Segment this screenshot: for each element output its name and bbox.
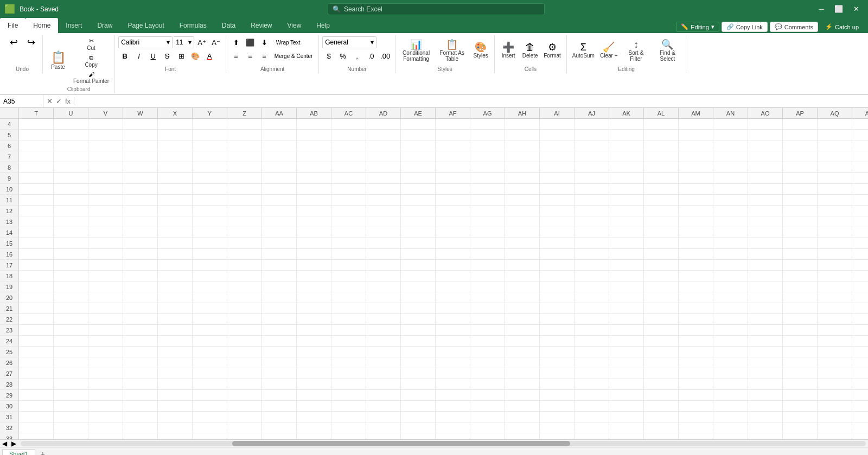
cell-AM8[interactable] <box>679 162 713 173</box>
font-size-selector[interactable]: 11 ▾ <box>174 36 194 48</box>
cell-T20[interactable] <box>19 292 54 303</box>
cell-AD10[interactable] <box>366 184 401 195</box>
title-bar-center[interactable]: 🔍 Search Excel <box>59 3 814 15</box>
add-sheet-btn[interactable]: + <box>37 448 48 455</box>
cell-AN19[interactable] <box>713 281 748 292</box>
cell-AH15[interactable] <box>505 238 540 249</box>
cell-AQ29[interactable] <box>818 390 852 401</box>
cell-AL30[interactable] <box>644 401 679 412</box>
cell-AC22[interactable] <box>331 314 366 325</box>
cancel-formula-icon[interactable]: ✕ <box>46 97 54 105</box>
cell-Z9[interactable] <box>227 173 262 184</box>
cell-AI24[interactable] <box>540 336 575 347</box>
cell-AO17[interactable] <box>748 260 783 271</box>
cell-U8[interactable] <box>54 162 88 173</box>
cell-AN31[interactable] <box>713 412 748 422</box>
cell-Y19[interactable] <box>193 281 227 292</box>
cell-AR31[interactable] <box>852 412 868 422</box>
cell-Z8[interactable] <box>227 162 262 173</box>
cell-AA13[interactable] <box>262 216 297 227</box>
cell-AL12[interactable] <box>644 206 679 216</box>
cell-reference-box[interactable]: A35 <box>0 95 43 107</box>
cell-V4[interactable] <box>88 119 123 130</box>
cell-AP14[interactable] <box>783 227 818 238</box>
cell-AH26[interactable] <box>505 357 540 368</box>
cell-V17[interactable] <box>88 260 123 271</box>
sort-filter-btn[interactable]: ↕ Sort & Filter <box>621 36 651 65</box>
col-header-U[interactable]: U <box>54 108 88 118</box>
number-format-selector[interactable]: General ▾ <box>322 36 376 48</box>
cell-AA10[interactable] <box>262 184 297 195</box>
cell-AE31[interactable] <box>401 412 436 422</box>
cell-AO6[interactable] <box>748 140 783 151</box>
cell-AI5[interactable] <box>540 130 575 140</box>
cell-AM14[interactable] <box>679 227 713 238</box>
cell-U17[interactable] <box>54 260 88 271</box>
cell-T29[interactable] <box>19 390 54 401</box>
cell-AG19[interactable] <box>470 281 505 292</box>
cell-Y27[interactable] <box>193 368 227 379</box>
cell-AC27[interactable] <box>331 368 366 379</box>
cell-AP9[interactable] <box>783 173 818 184</box>
cell-AQ24[interactable] <box>818 336 852 347</box>
cell-W15[interactable] <box>123 238 158 249</box>
cell-Z32[interactable] <box>227 422 262 433</box>
cell-AM13[interactable] <box>679 216 713 227</box>
cell-AM9[interactable] <box>679 173 713 184</box>
find-select-btn[interactable]: 🔍 Find & Select <box>652 36 682 65</box>
cell-U11[interactable] <box>54 195 88 206</box>
cell-Z30[interactable] <box>227 401 262 412</box>
cell-AQ30[interactable] <box>818 401 852 412</box>
underline-btn[interactable]: U <box>146 50 159 62</box>
cell-AC5[interactable] <box>331 130 366 140</box>
cell-Y25[interactable] <box>193 347 227 357</box>
col-header-AQ[interactable]: AQ <box>818 108 852 118</box>
cell-AQ17[interactable] <box>818 260 852 271</box>
cell-AO29[interactable] <box>748 390 783 401</box>
cell-U27[interactable] <box>54 368 88 379</box>
cell-AG24[interactable] <box>470 336 505 347</box>
cell-AD17[interactable] <box>366 260 401 271</box>
cell-AK10[interactable] <box>609 184 644 195</box>
cell-AC26[interactable] <box>331 357 366 368</box>
col-header-X[interactable]: X <box>158 108 193 118</box>
cell-Z16[interactable] <box>227 249 262 260</box>
cell-AR30[interactable] <box>852 401 868 412</box>
cell-AQ21[interactable] <box>818 303 852 314</box>
wrap-text-btn[interactable]: Wrap Text <box>272 36 304 48</box>
cell-AO18[interactable] <box>748 271 783 281</box>
cell-T14[interactable] <box>19 227 54 238</box>
paste-btn[interactable]: 📋 Paste <box>46 47 70 75</box>
cell-V12[interactable] <box>88 206 123 216</box>
cell-AN29[interactable] <box>713 390 748 401</box>
redo-btn[interactable]: ↪ <box>23 36 39 48</box>
cell-AE26[interactable] <box>401 357 436 368</box>
cell-AF11[interactable] <box>436 195 470 206</box>
cell-AP21[interactable] <box>783 303 818 314</box>
cell-AP4[interactable] <box>783 119 818 130</box>
scroll-right-btn[interactable]: ▶ <box>9 440 18 447</box>
col-header-AB[interactable]: AB <box>297 108 331 118</box>
cell-AM15[interactable] <box>679 238 713 249</box>
cell-AF10[interactable] <box>436 184 470 195</box>
cell-AI11[interactable] <box>540 195 575 206</box>
cell-AH23[interactable] <box>505 325 540 336</box>
cell-AB24[interactable] <box>297 336 331 347</box>
cell-Z4[interactable] <box>227 119 262 130</box>
cell-AB11[interactable] <box>297 195 331 206</box>
cell-AG12[interactable] <box>470 206 505 216</box>
cell-AB13[interactable] <box>297 216 331 227</box>
cell-AA22[interactable] <box>262 314 297 325</box>
col-header-V[interactable]: V <box>88 108 123 118</box>
cell-AE7[interactable] <box>401 151 436 162</box>
cell-W33[interactable] <box>123 433 158 439</box>
cell-AD13[interactable] <box>366 216 401 227</box>
cell-AL6[interactable] <box>644 140 679 151</box>
cell-AR29[interactable] <box>852 390 868 401</box>
cell-AN13[interactable] <box>713 216 748 227</box>
cell-AG11[interactable] <box>470 195 505 206</box>
cell-AQ15[interactable] <box>818 238 852 249</box>
cell-W9[interactable] <box>123 173 158 184</box>
cell-AI13[interactable] <box>540 216 575 227</box>
cell-U32[interactable] <box>54 422 88 433</box>
